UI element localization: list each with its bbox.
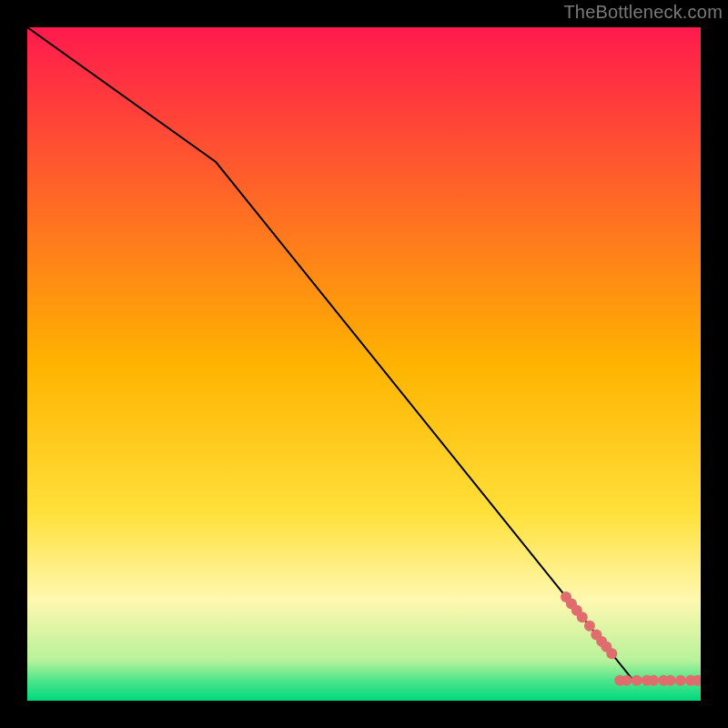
plot-area: [27, 27, 701, 701]
scatter-point: [606, 648, 617, 659]
scatter-point: [675, 675, 686, 686]
chart-svg: [27, 27, 701, 701]
gradient-background: [27, 27, 701, 701]
scatter-point: [632, 675, 642, 686]
scatter-point: [577, 612, 588, 622]
scatter-point: [648, 675, 659, 686]
scatter-point: [622, 675, 632, 686]
watermark-text: TheBottleneck.com: [563, 2, 723, 23]
scatter-point: [665, 675, 676, 686]
chart-frame: TheBottleneck.com: [0, 0, 728, 728]
scatter-point: [584, 621, 595, 632]
